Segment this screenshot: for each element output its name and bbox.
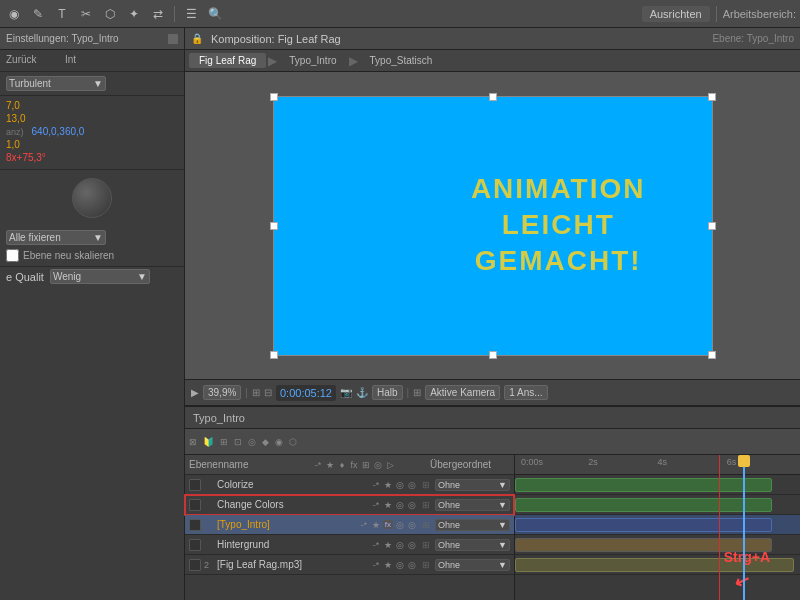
col-uebergeordnet: Übergeordnet	[430, 459, 510, 470]
track-bar-colorize	[515, 478, 772, 492]
panel-close-button[interactable]	[168, 34, 178, 44]
layer-eye-colorize[interactable]	[189, 479, 201, 491]
handle-top-left[interactable]	[270, 93, 278, 101]
cc-icon2: ★	[383, 500, 393, 510]
handle-mid-left[interactable]	[270, 222, 278, 230]
icon-pen[interactable]: ✎	[28, 4, 48, 24]
icon-text[interactable]: T	[52, 4, 72, 24]
kamera-dropdown[interactable]: Aktive Kamera	[425, 385, 500, 400]
layer-row-typo-intro[interactable]: [Typo_Intro] -* ★ fx ◎ ◎ ⊞ Ohne ▼	[185, 515, 514, 535]
ebene-skalieren-checkbox[interactable]	[6, 249, 19, 262]
panel-title: Einstellungen: Typo_Intro	[6, 33, 119, 44]
value4[interactable]: 1,0	[6, 139, 20, 150]
value5[interactable]: 8x+75,3°	[6, 152, 46, 163]
timeline-area: Typo_Intro ⊠ 🔰 ⊞ ⊡ ◎ ◆ ◉ ⬡ Ebenenname	[185, 405, 800, 600]
layer-eye-hintergrund[interactable]	[189, 539, 201, 551]
layer-parent-typo-intro[interactable]: Ohne ▼	[435, 519, 510, 531]
ausrichten-button[interactable]: Ausrichten	[642, 6, 710, 22]
time-display[interactable]: 0:00:05:12	[276, 385, 336, 401]
tl-icon2[interactable]: 🔰	[203, 437, 214, 447]
arbeitsbereich-label: Arbeitsbereich:	[723, 8, 796, 20]
zoom-display[interactable]: 39,9%	[203, 385, 241, 400]
col-icon7: ▷	[385, 460, 395, 470]
layer-row-audio[interactable]: 2 [Fig Leaf Rag.mp3] -* ★ ◎ ◎ ⊞ Ohne ▼	[185, 555, 514, 575]
layer-prop-icon2: ★	[383, 480, 393, 490]
ti-icon1: -*	[359, 520, 369, 530]
canvas-text: ANIMATION LEICHT GEMACHT!	[449, 171, 668, 280]
turbulent-dropdown[interactable]: Turbulent ▼	[6, 76, 106, 91]
icon-hand[interactable]: ☰	[181, 4, 201, 24]
layer-parent-hintergrund[interactable]: Ohne ▼	[435, 539, 510, 551]
time-mark-6s: 6s	[727, 457, 737, 467]
hg-chain-icon: ⊞	[422, 540, 430, 550]
icon-circle[interactable]: ◉	[4, 4, 24, 24]
composition-view: ANIMATION LEICHT GEMACHT!	[185, 72, 800, 379]
col-icon4: fx	[349, 460, 359, 470]
layer-icon-circle1: ◎	[395, 480, 405, 490]
panel-nav-section: Zurück Int	[0, 50, 184, 72]
tl-icon4[interactable]: ⊡	[234, 437, 242, 447]
qualit-dropdown[interactable]: Wenig ▼	[50, 269, 150, 284]
comp-tabs-bar: Fig Leaf Rag ▶ Typo_Intro ▶ Typo_Statisc…	[185, 50, 800, 72]
alle-fixieren-section: Alle fixieren ▼ Ebene neu skalieren	[0, 226, 184, 267]
coord-value[interactable]: 640,0,360,0	[32, 126, 85, 137]
layer-parent-audio[interactable]: Ohne ▼	[435, 559, 510, 571]
separator	[174, 6, 175, 22]
icon-scissors[interactable]: ✂	[76, 4, 96, 24]
zurueck-label: Zurück	[6, 54, 61, 65]
circle-widget[interactable]	[72, 178, 112, 218]
layer-row-change-colors[interactable]: Change Colors -* ★ ◎ ◎ ⊞ Ohne ▼	[185, 495, 514, 515]
tab-typo-statisch[interactable]: Typo_Statisch	[360, 53, 443, 68]
tl-icon6[interactable]: ◆	[262, 437, 269, 447]
comp-icon3: ⊟	[264, 387, 272, 398]
layer-row-hintergrund[interactable]: Hintergrund -* ★ ◎ ◎ ⊞ Ohne ▼	[185, 535, 514, 555]
layer-parent-colorize[interactable]: Ohne ▼	[435, 479, 510, 491]
ebene-skalieren-label: Ebene neu skalieren	[23, 250, 114, 261]
quality-dropdown[interactable]: Halb	[372, 385, 403, 400]
tl-icon8[interactable]: ⬡	[289, 437, 297, 447]
value2[interactable]: 13,0	[6, 113, 25, 124]
left-panel-header: Einstellungen: Typo_Intro	[0, 28, 184, 50]
au-icon4: ◎	[407, 560, 417, 570]
left-panel: Einstellungen: Typo_Intro Zurück Int Tur…	[0, 28, 185, 600]
alle-fixieren-dropdown[interactable]: Alle fixieren ▼	[6, 230, 106, 245]
tab-fig-leaf-rag[interactable]: Fig Leaf Rag	[189, 53, 266, 68]
layer-row-colorize[interactable]: Colorize -* ★ ◎ ◎ ⊞ Ohne ▼	[185, 475, 514, 495]
icon-shape[interactable]: ⬡	[100, 4, 120, 24]
layer-parent-change-colors[interactable]: Ohne ▼	[435, 499, 510, 511]
layer-eye-audio[interactable]	[189, 559, 201, 571]
anchor-icon: ⚓	[356, 387, 368, 398]
right-area: 🔒 Komposition: Fig Leaf Rag Ebene: Typo_…	[185, 28, 800, 600]
layer-eye-typo-intro[interactable]	[189, 519, 201, 531]
ansicht-dropdown[interactable]: 1 Ans...	[504, 385, 547, 400]
canvas-line2: LEICHT GEMACHT!	[449, 207, 668, 280]
qualit-label: e Qualit	[6, 271, 44, 283]
tl-icon5[interactable]: ◎	[248, 437, 256, 447]
ebene-label: Ebene: Typo_Intro	[712, 33, 794, 44]
tl-icon1[interactable]: ⊠	[189, 437, 197, 447]
layer-icon-circle2: ◎	[407, 480, 417, 490]
icon-star[interactable]: ✦	[124, 4, 144, 24]
fx-badge: fx	[383, 520, 393, 529]
vertical-red-line	[719, 455, 720, 600]
timeline-header: Typo_Intro	[185, 407, 800, 429]
au-icon2: ★	[383, 560, 393, 570]
col-icon3: ♦	[337, 460, 347, 470]
track-row-typo-intro	[515, 515, 800, 535]
handle-bottom-mid[interactable]	[489, 351, 497, 359]
value1[interactable]: 7,0	[6, 100, 20, 111]
icon-zoom[interactable]: 🔍	[205, 4, 225, 24]
tab-typo-intro[interactable]: Typo_Intro	[279, 53, 346, 68]
handle-top-right[interactable]	[708, 93, 716, 101]
tl-icon7[interactable]: ◉	[275, 437, 283, 447]
icon-arrow[interactable]: ⇄	[148, 4, 168, 24]
handle-mid-right[interactable]	[708, 222, 716, 230]
layer-eye-change-colors[interactable]	[189, 499, 201, 511]
hg-icon3: ◎	[395, 540, 405, 550]
handle-top-mid[interactable]	[489, 93, 497, 101]
handle-bottom-left[interactable]	[270, 351, 278, 359]
strg-a-label: Strg+A	[724, 549, 770, 565]
tl-icon3[interactable]: ⊞	[220, 437, 228, 447]
handle-bottom-right[interactable]	[708, 351, 716, 359]
ti-chain-icon: ⊞	[422, 520, 430, 530]
